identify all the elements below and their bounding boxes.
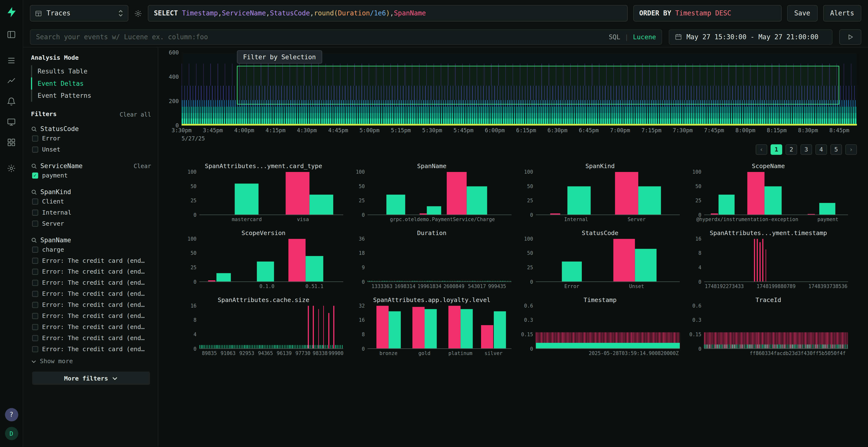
source-select[interactable]: Traces bbox=[30, 5, 128, 22]
chart-plot[interactable] bbox=[704, 239, 848, 282]
filter-option-server[interactable]: Server bbox=[31, 218, 151, 229]
filter-option-error-the-credit-card-end[interactable]: Error: The credit card (end… bbox=[31, 288, 151, 299]
chart-plot[interactable] bbox=[368, 306, 512, 349]
chart-plot[interactable] bbox=[199, 306, 343, 349]
filter-option-charge[interactable]: charge bbox=[31, 244, 151, 255]
analysis-mode-event-deltas[interactable]: Event Deltas bbox=[31, 77, 151, 90]
page-button-3[interactable]: 3 bbox=[801, 144, 812, 155]
query-settings-gear-icon[interactable] bbox=[134, 9, 142, 18]
checkbox[interactable] bbox=[32, 220, 38, 227]
more-filters-button[interactable]: More filters bbox=[32, 372, 150, 385]
chart-plot[interactable] bbox=[368, 172, 512, 215]
checkbox[interactable] bbox=[32, 257, 38, 264]
filter-option-internal[interactable]: Internal bbox=[31, 207, 151, 218]
y-tick-label: 0.3 bbox=[692, 317, 702, 323]
page-button-2[interactable]: 2 bbox=[785, 144, 797, 155]
heatmap-x-tick-label: 7:45pm bbox=[704, 127, 724, 133]
checkbox[interactable] bbox=[32, 198, 38, 204]
date-range-picker[interactable]: May 27 15:30:00 - May 27 21:00:00 bbox=[669, 29, 833, 44]
filter-group-name: SpanKind bbox=[40, 188, 71, 196]
hyperdx-logo[interactable] bbox=[5, 5, 18, 19]
checkbox[interactable] bbox=[32, 335, 38, 341]
logs-icon[interactable] bbox=[5, 54, 18, 67]
filter-group-statuscode: StatusCodeErrorUnset bbox=[31, 125, 151, 155]
analysis-mode-results-table[interactable]: Results Table bbox=[31, 65, 151, 77]
checkbox[interactable] bbox=[32, 135, 38, 141]
search-input[interactable] bbox=[36, 33, 609, 41]
gear-icon[interactable] bbox=[5, 161, 18, 175]
search-box[interactable]: SQL | Lucene bbox=[30, 29, 662, 44]
page-button-5[interactable]: 5 bbox=[830, 144, 842, 155]
chart-plot[interactable] bbox=[368, 239, 512, 282]
more-filters-label: More filters bbox=[64, 375, 108, 382]
checkbox[interactable] bbox=[32, 269, 38, 275]
heatmap-plot[interactable]: Filter by Selection bbox=[182, 53, 857, 126]
chart-icon[interactable] bbox=[5, 74, 18, 88]
show-more[interactable]: Show more bbox=[31, 358, 151, 365]
filter-option-unset[interactable]: Unset bbox=[31, 144, 151, 155]
analysis-mode-event-patterns[interactable]: Event Patterns bbox=[31, 90, 151, 102]
run-query-button[interactable] bbox=[839, 29, 862, 44]
filter-option-error[interactable]: Error bbox=[31, 133, 151, 144]
filter-option-label: Unset bbox=[42, 146, 60, 153]
checkbox[interactable] bbox=[32, 346, 38, 352]
mode-divider: | bbox=[625, 33, 628, 41]
chart-plot[interactable] bbox=[704, 172, 848, 215]
checkbox[interactable] bbox=[32, 302, 38, 308]
filter-by-selection-button[interactable]: Filter by Selection bbox=[237, 50, 322, 64]
filter-option-error-the-credit-card-end[interactable]: Error: The credit card (end… bbox=[31, 332, 151, 343]
checkbox[interactable] bbox=[32, 146, 38, 152]
clear-all-link[interactable]: Clear all bbox=[120, 111, 151, 117]
sql-token: Timestamp bbox=[182, 9, 218, 17]
checkbox[interactable] bbox=[32, 324, 38, 330]
prev-page-button[interactable]: ‹ bbox=[756, 144, 767, 155]
lucene-mode-toggle[interactable]: Lucene bbox=[633, 33, 656, 41]
chart-plot[interactable] bbox=[536, 239, 680, 282]
services-grid-icon[interactable] bbox=[5, 135, 18, 148]
checkbox[interactable] bbox=[32, 246, 38, 252]
y-tick-label: 100 bbox=[188, 236, 196, 242]
monitor-icon[interactable] bbox=[5, 115, 18, 128]
checkbox[interactable] bbox=[32, 209, 38, 215]
chart-plot[interactable] bbox=[704, 306, 848, 349]
filter-option-error-the-credit-card-end[interactable]: Error: The credit card (end… bbox=[31, 310, 151, 321]
chart-plot[interactable] bbox=[536, 172, 680, 215]
y-tick-label: 36 bbox=[359, 236, 365, 242]
checkbox[interactable] bbox=[32, 290, 38, 297]
page-button-1[interactable]: 1 bbox=[771, 144, 782, 155]
chart-plot[interactable] bbox=[199, 172, 343, 215]
save-button[interactable]: Save bbox=[787, 5, 817, 22]
checkbox[interactable] bbox=[32, 280, 38, 286]
y-tick-label: 16 bbox=[359, 317, 365, 323]
alerts-button[interactable]: Alerts bbox=[823, 5, 861, 22]
bar bbox=[760, 243, 761, 281]
checkbox[interactable] bbox=[32, 313, 38, 319]
help-button[interactable]: ? bbox=[5, 408, 18, 421]
filter-option-error-the-credit-card-end[interactable]: Error: The credit card (end… bbox=[31, 299, 151, 310]
filter-option-error-the-credit-card-end[interactable]: Error: The credit card (end… bbox=[31, 321, 151, 332]
sql-query-input[interactable]: SELECT Timestamp,ServiceName,StatusCode,… bbox=[148, 5, 628, 22]
filter-option-error-the-credit-card-end[interactable]: Error: The credit card (end… bbox=[31, 255, 151, 266]
table-icon bbox=[35, 10, 42, 17]
filter-option-payment[interactable]: payment bbox=[31, 170, 151, 181]
next-page-button[interactable]: › bbox=[845, 144, 857, 155]
order-by-input[interactable]: ORDER BY Timestamp DESC bbox=[633, 5, 781, 22]
sql-token: , bbox=[266, 9, 270, 17]
page-button-4[interactable]: 4 bbox=[815, 144, 827, 155]
sql-mode-toggle[interactable]: SQL bbox=[609, 33, 620, 41]
x-tick-label: 94365 bbox=[258, 351, 273, 356]
chart-plot[interactable] bbox=[536, 306, 680, 349]
filter-option-error-the-credit-card-end[interactable]: Error: The credit card (end… bbox=[31, 266, 151, 277]
checkbox[interactable] bbox=[32, 172, 38, 178]
bell-icon[interactable] bbox=[5, 95, 18, 108]
filter-option-error-the-credit-card-end[interactable]: Error: The credit card (end… bbox=[31, 277, 151, 288]
panels-icon[interactable] bbox=[5, 28, 18, 41]
heatmap-x-tick-label: 5:15pm bbox=[391, 127, 411, 133]
filter-option-error-the-credit-card-end[interactable]: Error: The credit card (end… bbox=[31, 343, 151, 354]
chart-plot[interactable] bbox=[199, 239, 343, 282]
chart-body: 00.150.30.6 bbox=[520, 306, 680, 349]
selection-rectangle[interactable] bbox=[237, 66, 839, 105]
filter-option-client[interactable]: Client bbox=[31, 196, 151, 207]
avatar[interactable]: D bbox=[5, 427, 18, 440]
filter-group-clear-link[interactable]: Clear bbox=[133, 163, 151, 169]
